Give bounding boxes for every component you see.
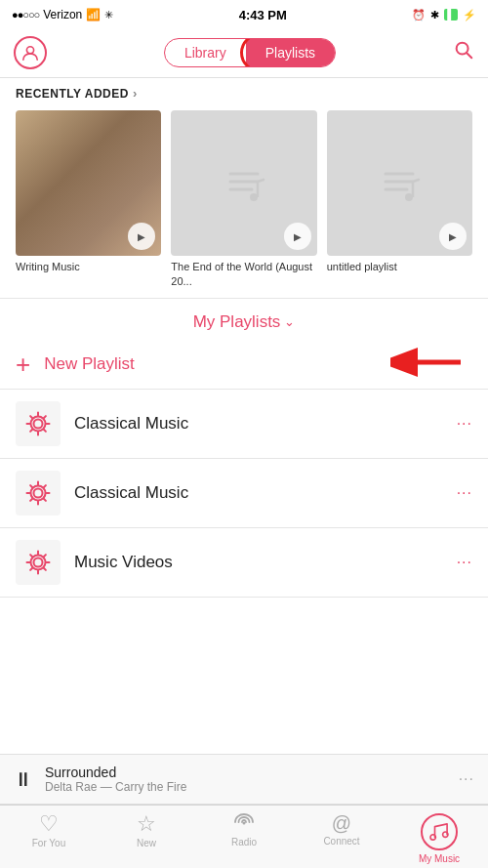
tab-bar: ♡ For You ☆ New Radio @ Connect My Mu <box>0 805 488 868</box>
svg-point-19 <box>34 488 43 497</box>
album-thumb-3: ▶ <box>327 110 472 256</box>
new-label: New <box>137 838 156 848</box>
recently-added-header: RECENTLY ADDED › <box>0 78 488 106</box>
playlist-name-3: Music Videos <box>74 553 443 572</box>
svg-point-0 <box>26 46 33 53</box>
carrier-label: Verizon <box>43 8 82 21</box>
playlists-section-header: My Playlists ⌄ <box>0 299 488 340</box>
for-you-label: For You <box>32 838 65 848</box>
recently-added-chevron[interactable]: › <box>133 86 138 101</box>
album-title-3: untitled playlist <box>327 260 472 273</box>
now-playing-title: Surrounded <box>45 765 447 780</box>
status-bar: ●●○○○ Verizon 📶 ✳ 4:43 PM ⏰ ✱ ▌ ⚡ <box>0 0 488 27</box>
new-playlist-row[interactable]: + New Playlist <box>0 340 488 390</box>
playlist-more-3[interactable]: ··· <box>457 554 472 571</box>
library-tab[interactable]: Library <box>165 39 246 66</box>
svg-line-14 <box>413 180 419 182</box>
radio-label: Radio <box>231 837 257 847</box>
tab-connect[interactable]: @ Connect <box>293 813 390 847</box>
status-right: ⏰ ✱ ▌ ⚡ <box>412 9 476 21</box>
playlist-name-2: Classical Music <box>74 483 443 503</box>
svg-line-2 <box>467 53 471 58</box>
playlist-name-1: Classical Music <box>74 414 443 434</box>
playlist-icon-wrap-3 <box>16 540 61 585</box>
signal-dots: ●●○○○ <box>12 9 39 21</box>
svg-point-23 <box>243 822 246 825</box>
now-playing-artist-album: Delta Rae — Carry the Fire <box>45 780 447 794</box>
playlist-item-1[interactable]: Classical Music ··· <box>0 390 488 459</box>
bluetooth-icon: ✱ <box>430 9 439 21</box>
activity-icon: ✳ <box>104 9 113 21</box>
pause-button[interactable]: ⏸ <box>14 768 33 791</box>
tab-radio[interactable]: Radio <box>195 813 293 847</box>
new-icon: ☆ <box>137 813 156 835</box>
playlists-section-title: My Playlists <box>193 312 281 332</box>
status-left: ●●○○○ Verizon 📶 ✳ <box>12 8 113 21</box>
playlist-more-1[interactable]: ··· <box>457 415 472 433</box>
battery-icon: ▌ <box>444 9 458 21</box>
album-title-1: Writing Music <box>16 260 161 273</box>
connect-icon: @ <box>332 813 351 833</box>
new-playlist-label: New Playlist <box>44 354 135 374</box>
recently-added-grid: ▶ Writing Music ▶ The End of the World (… <box>0 106 488 298</box>
wifi-icon: 📶 <box>86 8 101 21</box>
tab-my-music[interactable]: My Music <box>390 813 488 864</box>
album-card-3[interactable]: ▶ untitled playlist <box>327 110 472 288</box>
playlist-icon-wrap-1 <box>16 401 61 446</box>
playlists-tab[interactable]: Playlists <box>246 39 335 66</box>
playlists-section-chevron[interactable]: ⌄ <box>284 314 295 329</box>
search-icon[interactable] <box>453 39 474 66</box>
my-music-icon <box>421 813 458 850</box>
svg-line-8 <box>258 180 264 182</box>
playlist-more-2[interactable]: ··· <box>457 484 472 502</box>
my-music-label: My Music <box>419 853 460 864</box>
nav-tabs: Library Playlists <box>164 38 336 67</box>
user-avatar[interactable] <box>14 36 47 69</box>
svg-point-25 <box>443 832 448 837</box>
playlist-icon-wrap-2 <box>16 471 61 516</box>
playlist-item-3[interactable]: Music Videos ··· <box>0 528 488 598</box>
for-you-icon: ♡ <box>39 813 59 835</box>
album-title-2: The End of the World (August 20... <box>171 260 316 288</box>
playlists-tab-wrapper: Playlists <box>246 39 335 66</box>
play-button-3[interactable]: ▶ <box>439 223 467 250</box>
plus-icon: + <box>16 351 30 377</box>
charging-icon: ⚡ <box>463 9 476 21</box>
nav-bar: Library Playlists <box>0 27 488 78</box>
album-card-1[interactable]: ▶ Writing Music <box>16 110 161 288</box>
svg-point-21 <box>34 558 43 566</box>
play-button-2[interactable]: ▶ <box>284 223 311 250</box>
album-card-2[interactable]: ▶ The End of the World (August 20... <box>171 110 316 288</box>
album-thumb-1: ▶ <box>16 110 161 256</box>
now-playing-info: Surrounded Delta Rae — Carry the Fire <box>45 765 447 794</box>
radio-icon <box>232 813 256 834</box>
tab-for-you[interactable]: ♡ For You <box>0 813 98 848</box>
now-playing-more[interactable]: ··· <box>459 770 474 788</box>
alarm-icon: ⏰ <box>412 9 426 21</box>
red-arrow-indicator <box>390 345 468 384</box>
tab-new[interactable]: ☆ New <box>98 813 195 848</box>
svg-point-17 <box>34 419 43 428</box>
now-playing-bar[interactable]: ⏸ Surrounded Delta Rae — Carry the Fire … <box>0 754 488 805</box>
album-thumb-2: ▶ <box>171 110 316 256</box>
playlist-item-2[interactable]: Classical Music ··· <box>0 459 488 528</box>
status-time: 4:43 PM <box>239 8 287 22</box>
connect-label: Connect <box>323 836 359 847</box>
recently-added-label: RECENTLY ADDED <box>16 87 129 101</box>
